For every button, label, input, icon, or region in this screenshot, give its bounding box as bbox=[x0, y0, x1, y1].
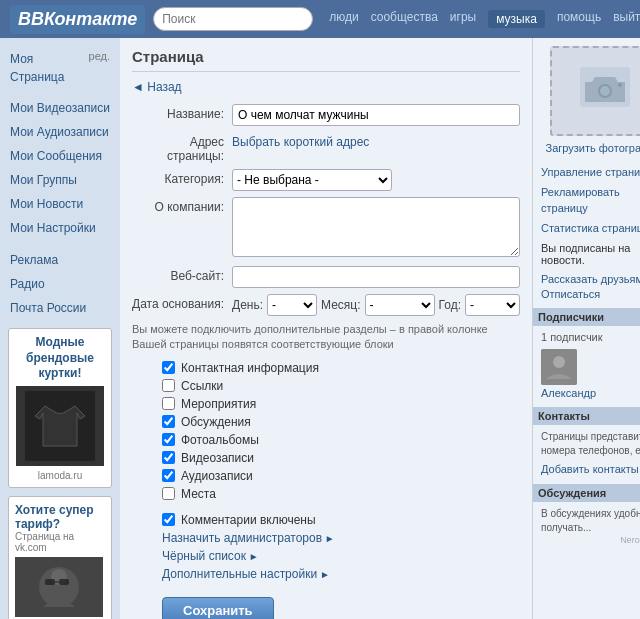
nav-games[interactable]: игры bbox=[450, 10, 476, 28]
contacts-text: Страницы представителей, номера телефоно… bbox=[541, 430, 640, 458]
main-layout: Моя Страница ред. Мои Видеозаписи Мои Ау… bbox=[0, 38, 640, 619]
back-link[interactable]: Назад bbox=[132, 80, 182, 94]
sidebar-item-groups[interactable]: Мои Группы bbox=[0, 168, 120, 192]
save-button[interactable]: Сохранить bbox=[162, 597, 274, 619]
sidebar-edit-link[interactable]: ред. bbox=[89, 50, 110, 62]
camera-icon bbox=[580, 67, 630, 116]
left-sidebar: Моя Страница ред. Мои Видеозаписи Мои Ау… bbox=[0, 38, 120, 619]
select-year[interactable]: - bbox=[465, 294, 520, 316]
checkbox-photos-input[interactable] bbox=[162, 433, 175, 446]
blacklist-link[interactable]: Чёрный список bbox=[132, 549, 520, 563]
sidebar-item-my-page[interactable]: Моя Страница bbox=[10, 50, 85, 86]
watermark: NeroHar P... bbox=[541, 535, 640, 545]
sidebar-item-video[interactable]: Мои Видеозаписи bbox=[0, 96, 120, 120]
checkbox-places-label: Места bbox=[181, 487, 216, 501]
year-label: Год: bbox=[439, 298, 461, 312]
day-label: День: bbox=[232, 298, 263, 312]
subscriber-avatar[interactable] bbox=[541, 349, 577, 385]
svg-point-12 bbox=[553, 356, 565, 368]
subscribers-section-title: Подписчики bbox=[533, 308, 640, 326]
unsubscribe-link[interactable]: Отписаться bbox=[541, 288, 640, 300]
select-month[interactable]: - bbox=[365, 294, 435, 316]
sidebar-item-pochta[interactable]: Почта России bbox=[0, 296, 120, 320]
checkbox-audio-input[interactable] bbox=[162, 469, 175, 482]
checkbox-video-label: Видеозаписи bbox=[181, 451, 254, 465]
month-label: Месяц: bbox=[321, 298, 361, 312]
checkbox-comments-label: Комментарии включены bbox=[181, 513, 316, 527]
manage-page-link[interactable]: Управление страницей bbox=[541, 164, 640, 181]
checkbox-links-input[interactable] bbox=[162, 379, 175, 392]
upload-photo-link[interactable]: Загрузить фотографию bbox=[541, 142, 640, 154]
advertise-page-link[interactable]: Рекламировать страницу bbox=[541, 184, 640, 217]
nav-communities[interactable]: сообщества bbox=[371, 10, 438, 28]
search-box[interactable] bbox=[153, 7, 313, 31]
select-day[interactable]: - bbox=[267, 294, 317, 316]
input-name[interactable] bbox=[232, 104, 520, 126]
address-link[interactable]: Выбрать короткий адрес bbox=[232, 132, 369, 149]
search-input[interactable] bbox=[162, 12, 304, 26]
sidebar-item-ads[interactable]: Реклама bbox=[0, 248, 120, 272]
sidebar-ad-2[interactable]: Хотите супер тариф? Страница на vk.com Б… bbox=[8, 496, 112, 619]
field-about bbox=[232, 197, 520, 260]
checkbox-comments-input[interactable] bbox=[162, 513, 175, 526]
checkbox-discussions: Обсуждения bbox=[132, 415, 520, 429]
ad2-sub: Страница на vk.com bbox=[15, 531, 105, 553]
svg-rect-4 bbox=[45, 579, 55, 585]
label-website: Веб-сайт: bbox=[132, 266, 232, 283]
sidebar-item-messages[interactable]: Мои Сообщения bbox=[0, 144, 120, 168]
input-website[interactable] bbox=[232, 266, 520, 288]
admin-link[interactable]: Назначить администраторов bbox=[132, 531, 520, 545]
nav-help[interactable]: помощь bbox=[557, 10, 601, 28]
checkbox-contacts-label: Контактная информация bbox=[181, 361, 319, 375]
checkbox-links: Ссылки bbox=[132, 379, 520, 393]
form-row-category: Категория: - Не выбрана - bbox=[132, 169, 520, 191]
form-row-about: О компании: bbox=[132, 197, 520, 260]
sidebar-item-audio[interactable]: Мои Аудиозаписи bbox=[0, 120, 120, 144]
subscriber-name[interactable]: Александр bbox=[541, 387, 640, 399]
checkbox-discussions-label: Обсуждения bbox=[181, 415, 251, 429]
add-contact-link[interactable]: Добавить контакты bbox=[541, 463, 639, 475]
checkbox-contacts-input[interactable] bbox=[162, 361, 175, 374]
checkbox-links-label: Ссылки bbox=[181, 379, 223, 393]
tell-friends-link[interactable]: Рассказать друзьям + bbox=[541, 273, 640, 285]
checkbox-audio-label: Аудиозаписи bbox=[181, 469, 253, 483]
nav-logout[interactable]: выйти bbox=[613, 10, 640, 28]
form-row-address: Адрес страницы: Выбрать короткий адрес bbox=[132, 132, 520, 163]
form-row-name: Название: bbox=[132, 104, 520, 126]
checkbox-video: Видеозаписи bbox=[132, 451, 520, 465]
nav-music[interactable]: музыка bbox=[488, 10, 545, 28]
checkbox-events-input[interactable] bbox=[162, 397, 175, 410]
sidebar-ad-1[interactable]: Модные брендовые куртки! lamoda.ru bbox=[8, 328, 112, 488]
page-title: Страница bbox=[132, 48, 520, 72]
right-sidebar: Загрузить фотографию Управление странице… bbox=[532, 38, 640, 619]
select-category[interactable]: - Не выбрана - bbox=[232, 169, 392, 191]
additional-settings-link[interactable]: Дополнительные настройки bbox=[132, 567, 520, 581]
news-sub-info: Вы подписаны на новости. bbox=[541, 242, 640, 266]
field-address: Выбрать короткий адрес bbox=[232, 132, 520, 149]
subscriber-count: 1 подписчик bbox=[541, 331, 640, 343]
svg-rect-5 bbox=[59, 579, 69, 585]
statistics-link[interactable]: Статистика страницы bbox=[541, 220, 640, 237]
label-name: Название: bbox=[132, 104, 232, 121]
ad2-title: Хотите супер тариф? bbox=[15, 503, 105, 531]
checkbox-video-input[interactable] bbox=[162, 451, 175, 464]
photo-upload-box bbox=[550, 46, 640, 136]
svg-point-10 bbox=[618, 83, 622, 87]
checkbox-comments: Комментарии включены bbox=[132, 513, 520, 527]
nav-people[interactable]: люди bbox=[329, 10, 358, 28]
field-name bbox=[232, 104, 520, 126]
checkbox-discussions-input[interactable] bbox=[162, 415, 175, 428]
news-sub-title: Вы подписаны на новости. bbox=[541, 242, 631, 266]
textarea-about[interactable] bbox=[232, 197, 520, 257]
form-row-website: Веб-сайт: bbox=[132, 266, 520, 288]
sidebar-item-settings[interactable]: Мои Настройки bbox=[0, 216, 120, 240]
main-content: Страница Назад Название: Адрес страницы:… bbox=[120, 38, 532, 619]
checkbox-places-input[interactable] bbox=[162, 487, 175, 500]
sidebar-item-news[interactable]: Мои Новости bbox=[0, 192, 120, 216]
ad1-sub: lamoda.ru bbox=[15, 470, 105, 481]
logo[interactable]: ВВКонтакте bbox=[10, 5, 145, 34]
field-date: День: - Месяц: - Год: - bbox=[232, 294, 520, 316]
sidebar-item-radio[interactable]: Радио bbox=[0, 272, 120, 296]
checkbox-audio: Аудиозаписи bbox=[132, 469, 520, 483]
form-row-date: Дата основания: День: - Месяц: - Год: - bbox=[132, 294, 520, 316]
